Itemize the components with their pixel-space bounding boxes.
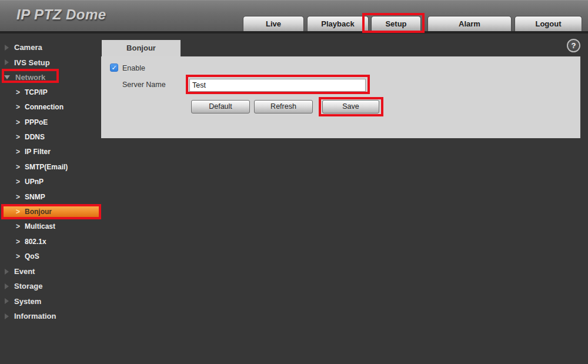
- sidebar-item-label: Storage: [14, 282, 42, 290]
- sidebar: Camera IVS Setup Network > TCP/IP > Conn…: [0, 34, 101, 364]
- sidebar-item-label: IP Filter: [25, 148, 51, 156]
- sidebar-item-bonjour[interactable]: > Bonjour: [0, 204, 101, 219]
- sidebar-item-label: TCP/IP: [25, 88, 48, 96]
- sidebar-item-information[interactable]: Information: [0, 309, 101, 323]
- chevron-right-icon: >: [16, 222, 20, 231]
- sidebar-item-label: Event: [14, 267, 35, 276]
- sidebar-item-snmp[interactable]: > SNMP: [0, 189, 101, 204]
- sidebar-item-multicast[interactable]: > Multicast: [0, 219, 101, 234]
- chevron-right-icon: >: [16, 238, 20, 246]
- tab-playback[interactable]: Playback: [307, 16, 369, 32]
- sidebar-item-qos[interactable]: > QoS: [0, 249, 101, 263]
- bonjour-settings-panel: [101, 56, 580, 138]
- sidebar-item-ddns[interactable]: > DDNS: [0, 129, 101, 144]
- tab-live[interactable]: Live: [243, 16, 304, 32]
- sidebar-item-camera[interactable]: Camera: [0, 40, 101, 55]
- chevron-right-icon: >: [16, 193, 20, 201]
- sidebar-item-label: Connection: [25, 103, 64, 111]
- chevron-right-icon: >: [16, 88, 20, 96]
- page-title: IP PTZ Dome: [16, 6, 106, 23]
- sidebar-item-connection[interactable]: > Connection: [0, 100, 101, 115]
- server-name-label: Server Name: [122, 81, 166, 89]
- triangle-collapsed-icon: [5, 59, 9, 65]
- tab-setup[interactable]: Setup: [371, 16, 421, 32]
- sidebar-item-event[interactable]: Event: [0, 264, 101, 279]
- chevron-right-icon: >: [16, 178, 20, 186]
- sidebar-item-pppoe[interactable]: > PPPoE: [0, 115, 101, 129]
- sidebar-item-network[interactable]: Network: [0, 70, 101, 85]
- triangle-collapsed-icon: [5, 298, 9, 304]
- sidebar-item-ivs-setup[interactable]: IVS Setup: [0, 55, 101, 69]
- chevron-right-icon: >: [16, 252, 20, 261]
- sidebar-item-label: SMTP(Email): [25, 163, 68, 171]
- sidebar-item-label: SNMP: [25, 193, 45, 201]
- sidebar-item-smtp-email[interactable]: > SMTP(Email): [0, 159, 101, 174]
- refresh-button[interactable]: Refresh: [254, 100, 313, 113]
- sidebar-item-label: UPnP: [25, 178, 44, 186]
- sidebar-item-label: Camera: [14, 43, 42, 52]
- save-button[interactable]: Save: [322, 100, 379, 113]
- triangle-expanded-icon: [4, 75, 10, 79]
- sidebar-item-label: IVS Setup: [14, 58, 50, 67]
- triangle-collapsed-icon: [5, 269, 9, 275]
- chevron-right-icon: >: [16, 163, 20, 171]
- chevron-right-icon: >: [16, 118, 20, 126]
- triangle-collapsed-icon: [5, 313, 9, 319]
- help-icon[interactable]: ?: [567, 39, 580, 52]
- chevron-right-icon: >: [16, 133, 20, 141]
- tab-bonjour-page[interactable]: Bonjour: [102, 40, 181, 56]
- sidebar-item-label: DDNS: [25, 133, 45, 141]
- sidebar-item-system[interactable]: System: [0, 294, 101, 309]
- sidebar-item-label: Bonjour: [25, 208, 52, 216]
- chevron-right-icon: >: [16, 208, 20, 216]
- sidebar-item-8021x[interactable]: > 802.1x: [0, 234, 101, 249]
- sidebar-item-tcpip[interactable]: > TCP/IP: [0, 85, 101, 99]
- sidebar-item-label: Multicast: [25, 222, 55, 231]
- tab-logout[interactable]: Logout: [514, 16, 582, 32]
- sidebar-item-label: Information: [14, 312, 56, 320]
- sidebar-item-storage[interactable]: Storage: [0, 279, 101, 293]
- enable-checkbox[interactable]: ✓: [110, 64, 118, 72]
- sidebar-item-upnp[interactable]: > UPnP: [0, 175, 101, 189]
- triangle-collapsed-icon: [5, 45, 9, 51]
- default-button[interactable]: Default: [191, 100, 250, 113]
- header-bar: IP PTZ Dome Live Playback Setup Alarm Lo…: [0, 0, 588, 31]
- server-name-input[interactable]: [189, 79, 366, 92]
- sidebar-item-ip-filter[interactable]: > IP Filter: [0, 145, 101, 159]
- tab-alarm[interactable]: Alarm: [427, 16, 512, 32]
- camera-web-ui: IP PTZ Dome Live Playback Setup Alarm Lo…: [0, 0, 588, 364]
- chevron-right-icon: >: [16, 148, 20, 156]
- sidebar-item-label: QoS: [25, 252, 39, 261]
- sidebar-item-label: PPPoE: [25, 118, 48, 126]
- triangle-collapsed-icon: [5, 283, 9, 289]
- sidebar-item-label: 802.1x: [25, 238, 46, 246]
- sidebar-item-label: Network: [15, 73, 45, 82]
- enable-label: Enable: [122, 64, 145, 72]
- chevron-right-icon: >: [16, 103, 20, 111]
- sidebar-item-label: System: [14, 297, 41, 306]
